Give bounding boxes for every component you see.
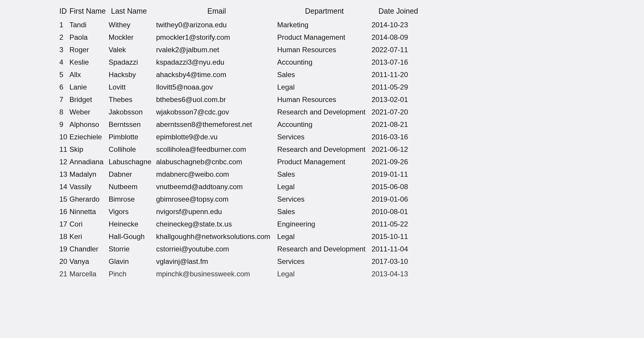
table-row: 11SkipColliholescolliholea@feedburner.co… bbox=[59, 143, 425, 156]
cell-id: 8 bbox=[59, 106, 69, 118]
cell-last: Valek bbox=[109, 44, 156, 56]
cell-email: llovitt5@noaa.gov bbox=[156, 81, 277, 93]
cell-dept: Legal bbox=[277, 81, 372, 93]
cell-last: Pimblotte bbox=[109, 131, 156, 143]
cell-id: 21 bbox=[59, 268, 69, 280]
table-row: 19ChandlerStorriecstorriei@youtube.comRe… bbox=[59, 243, 425, 255]
table-row: 7BridgetThebesbthebes6@uol.com.brHuman R… bbox=[59, 93, 425, 106]
cell-last: Labuschagne bbox=[109, 156, 156, 168]
table-row: 13MadalynDabnermdabnerc@weibo.comSales20… bbox=[59, 168, 425, 181]
cell-email: gbimrosee@topsy.com bbox=[156, 193, 277, 205]
table-row: 9AlphonsoBerntssenaberntssen8@themefores… bbox=[59, 118, 425, 131]
cell-email: kspadazzi3@nyu.edu bbox=[156, 56, 277, 68]
cell-id: 4 bbox=[59, 56, 69, 68]
cell-last: Hall-Gough bbox=[109, 230, 156, 243]
cell-first: Cori bbox=[69, 218, 109, 230]
cell-last: Bimrose bbox=[109, 193, 156, 205]
cell-email: mpinchk@businessweek.com bbox=[156, 268, 277, 280]
header-email: Email bbox=[156, 5, 277, 19]
table-row: 3RogerValekrvalek2@jalbum.netHuman Resou… bbox=[59, 44, 425, 56]
cell-dept: Accounting bbox=[277, 118, 372, 131]
cell-id: 10 bbox=[59, 131, 69, 143]
cell-dept: Legal bbox=[277, 268, 372, 280]
table-row: 4KeslieSpadazzikspadazzi3@nyu.eduAccount… bbox=[59, 56, 425, 68]
table-row: 8WeberJakobssonwjakobsson7@cdc.govResear… bbox=[59, 106, 425, 118]
cell-email: ahacksby4@time.com bbox=[156, 68, 277, 81]
cell-first: Keri bbox=[69, 230, 109, 243]
cell-date: 2011-11-20 bbox=[372, 68, 425, 81]
cell-date: 2014-08-09 bbox=[372, 31, 425, 44]
cell-id: 3 bbox=[59, 44, 69, 56]
cell-id: 18 bbox=[59, 230, 69, 243]
cell-dept: Accounting bbox=[277, 56, 372, 68]
cell-first: Gherardo bbox=[69, 193, 109, 205]
cell-first: Annadiana bbox=[69, 156, 109, 168]
cell-id: 17 bbox=[59, 218, 69, 230]
cell-id: 1 bbox=[59, 19, 69, 31]
cell-date: 2021-09-26 bbox=[372, 156, 425, 168]
cell-date: 2021-08-21 bbox=[372, 118, 425, 131]
table-header-row: ID First Name Last Name Email Department… bbox=[59, 5, 425, 19]
employee-table: ID First Name Last Name Email Department… bbox=[59, 5, 425, 280]
cell-last: Spadazzi bbox=[109, 56, 156, 68]
cell-date: 2019-01-06 bbox=[372, 193, 425, 205]
cell-last: Collihole bbox=[109, 143, 156, 156]
cell-last: Vigors bbox=[109, 205, 156, 218]
cell-first: Weber bbox=[69, 106, 109, 118]
header-date: Date Joined bbox=[372, 5, 425, 19]
table-row: 17CoriHeineckecheineckeg@state.tx.usEngi… bbox=[59, 218, 425, 230]
cell-date: 2011-11-04 bbox=[372, 243, 425, 255]
cell-id: 2 bbox=[59, 31, 69, 44]
table-row: 2PaolaMocklerpmockler1@storify.comProduc… bbox=[59, 31, 425, 44]
cell-dept: Legal bbox=[277, 181, 372, 193]
cell-id: 19 bbox=[59, 243, 69, 255]
table-row: 18KeriHall-Goughkhallgoughh@networksolut… bbox=[59, 230, 425, 243]
header-dept: Department bbox=[277, 5, 372, 19]
cell-email: nvigorsf@upenn.edu bbox=[156, 205, 277, 218]
cell-date: 2011-05-22 bbox=[372, 218, 425, 230]
table-row: 1TandiWitheytwithey0@arizona.eduMarketin… bbox=[59, 19, 425, 31]
cell-date: 2017-03-10 bbox=[372, 255, 425, 268]
cell-date: 2016-03-16 bbox=[372, 131, 425, 143]
table-row: 14VassilyNutbeemvnutbeemd@addtoany.comLe… bbox=[59, 181, 425, 193]
cell-dept: Research and Development bbox=[277, 143, 372, 156]
table-row: 15GherardoBimrosegbimrosee@topsy.comServ… bbox=[59, 193, 425, 205]
cell-email: pmockler1@storify.com bbox=[156, 31, 277, 44]
cell-dept: Engineering bbox=[277, 218, 372, 230]
cell-email: rvalek2@jalbum.net bbox=[156, 44, 277, 56]
cell-dept: Human Resources bbox=[277, 93, 372, 106]
cell-first: Vassily bbox=[69, 181, 109, 193]
cell-first: Skip bbox=[69, 143, 109, 156]
cell-last: Withey bbox=[109, 19, 156, 31]
cell-first: Lanie bbox=[69, 81, 109, 93]
cell-id: 15 bbox=[59, 193, 69, 205]
cell-first: Roger bbox=[69, 44, 109, 56]
cell-first: Madalyn bbox=[69, 168, 109, 181]
table-row: 6LanieLovittllovitt5@noaa.govLegal2011-0… bbox=[59, 81, 425, 93]
cell-date: 2015-06-08 bbox=[372, 181, 425, 193]
cell-email: cstorriei@youtube.com bbox=[156, 243, 277, 255]
cell-email: epimblotte9@de.vu bbox=[156, 131, 277, 143]
cell-date: 2021-06-12 bbox=[372, 143, 425, 156]
cell-dept: Research and Development bbox=[277, 106, 372, 118]
cell-id: 16 bbox=[59, 205, 69, 218]
cell-email: bthebes6@uol.com.br bbox=[156, 93, 277, 106]
cell-id: 6 bbox=[59, 81, 69, 93]
cell-date: 2010-08-01 bbox=[372, 205, 425, 218]
cell-first: Keslie bbox=[69, 56, 109, 68]
cell-first: Vanya bbox=[69, 255, 109, 268]
cell-dept: Services bbox=[277, 193, 372, 205]
cell-email: aberntssen8@themeforest.net bbox=[156, 118, 277, 131]
cell-dept: Services bbox=[277, 255, 372, 268]
cell-first: Paola bbox=[69, 31, 109, 44]
cell-dept: Services bbox=[277, 131, 372, 143]
cell-last: Jakobsson bbox=[109, 106, 156, 118]
cell-id: 20 bbox=[59, 255, 69, 268]
cell-email: alabuschagneb@cnbc.com bbox=[156, 156, 277, 168]
cell-last: Dabner bbox=[109, 168, 156, 181]
cell-date: 2013-04-13 bbox=[372, 268, 425, 280]
cell-id: 5 bbox=[59, 68, 69, 81]
cell-first: Tandi bbox=[69, 19, 109, 31]
table-row: 5AllxHacksbyahacksby4@time.comSales2011-… bbox=[59, 68, 425, 81]
table-row: 10EziechielePimblotteepimblotte9@de.vuSe… bbox=[59, 131, 425, 143]
